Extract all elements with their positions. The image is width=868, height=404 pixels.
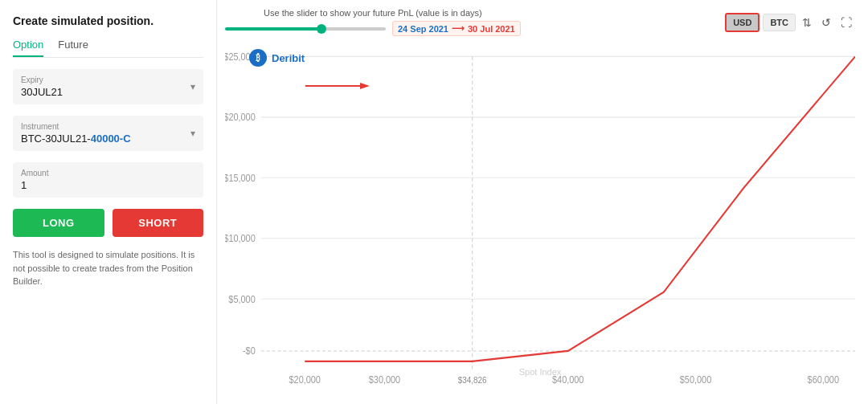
amount-label: Amount: [21, 169, 195, 178]
expiry-dropdown-icon: ▾: [190, 81, 195, 92]
disclaimer-text: This tool is designed to simulate positi…: [13, 248, 203, 288]
short-button[interactable]: SHORT: [113, 209, 204, 237]
fullscreen-icon-btn[interactable]: ⛶: [837, 14, 855, 31]
svg-text:-$0: -$0: [243, 346, 256, 356]
tab-future[interactable]: Future: [58, 39, 88, 57]
deribit-logo: ₿: [249, 49, 267, 67]
slider-section: Use the slider to show your future PnL (…: [225, 8, 521, 36]
long-button[interactable]: LONG: [13, 209, 104, 237]
date-start: 24 Sep 2021: [398, 24, 448, 34]
arrow-annotation: [305, 80, 370, 96]
instrument-value: BTC-30JUL21-40000-C: [21, 133, 195, 145]
expiry-value: 30JUL21: [21, 86, 195, 98]
slider-track-container: 24 Sep 2021 ⟶ 30 Jul 2021: [225, 21, 521, 36]
tab-option[interactable]: Option: [13, 39, 43, 57]
svg-text:$5,000: $5,000: [228, 294, 255, 304]
toolbar-right: USD BTC ⇅ ↺ ⛶: [725, 13, 855, 32]
date-arrow: ⟶: [452, 23, 465, 34]
svg-marker-20: [360, 83, 370, 89]
date-end: 30 Jul 2021: [468, 24, 515, 34]
slider-label: Use the slider to show your future PnL (…: [225, 8, 521, 18]
left-panel: Create simulated position. Option Future…: [0, 0, 217, 404]
right-panel: Use the slider to show your future PnL (…: [217, 0, 868, 404]
amount-field[interactable]: Amount 1: [13, 162, 203, 198]
usd-button[interactable]: USD: [725, 13, 760, 32]
instrument-dropdown-icon: ▾: [190, 128, 195, 139]
slider-thumb: [317, 24, 326, 34]
svg-text:$20,000: $20,000: [225, 112, 256, 122]
svg-text:$10,000: $10,000: [225, 234, 256, 243]
svg-text:$20,000: $20,000: [289, 374, 321, 384]
btc-button[interactable]: BTC: [763, 14, 796, 31]
chart-area: ₿ Deribit $25,000 $20,000 $15,000 $10,00…: [225, 41, 855, 396]
expiry-label: Expiry: [21, 75, 195, 84]
svg-text:$60,000: $60,000: [808, 374, 839, 384]
brand-name: Deribit: [272, 52, 305, 64]
reset-icon-btn[interactable]: ↺: [818, 14, 834, 31]
svg-text:$34,826: $34,826: [458, 375, 487, 384]
action-buttons: LONG SHORT: [13, 209, 203, 237]
slider-track[interactable]: [225, 27, 386, 31]
amount-value: 1: [21, 179, 195, 191]
expiry-field[interactable]: Expiry 30JUL21 ▾: [13, 69, 203, 104]
date-range: 24 Sep 2021 ⟶ 30 Jul 2021: [392, 21, 521, 36]
instrument-field[interactable]: Instrument BTC-30JUL21-40000-C ▾: [13, 116, 203, 151]
chart-brand: ₿ Deribit: [249, 49, 305, 67]
svg-text:$30,000: $30,000: [369, 374, 400, 384]
instrument-label: Instrument: [21, 122, 195, 131]
svg-text:$50,000: $50,000: [680, 374, 711, 384]
chart-header: Use the slider to show your future PnL (…: [225, 8, 855, 36]
compare-icon-btn[interactable]: ⇅: [799, 14, 815, 31]
watermark: Spot Index: [519, 367, 562, 377]
svg-text:$15,000: $15,000: [225, 173, 256, 182]
tabs: Option Future: [13, 39, 203, 58]
panel-title: Create simulated position.: [13, 14, 203, 27]
instrument-bold: 40000-C: [91, 133, 131, 145]
instrument-plain: BTC-30JUL21-: [21, 133, 91, 145]
